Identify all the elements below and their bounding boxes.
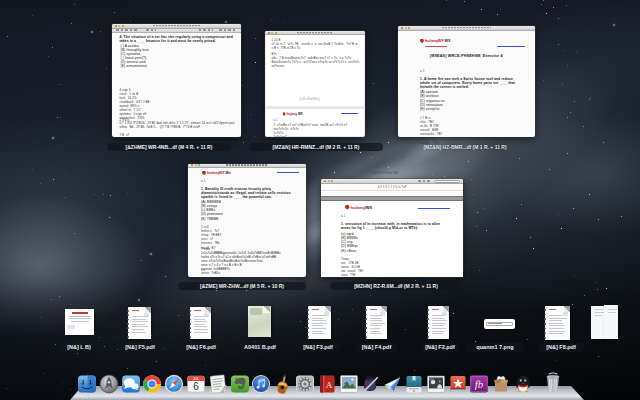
svg-text:A: A (326, 380, 333, 390)
svg-text:A: A (326, 393, 333, 400)
svg-text:JUL: JUL (193, 377, 199, 381)
svg-text:6: 6 (193, 391, 199, 400)
